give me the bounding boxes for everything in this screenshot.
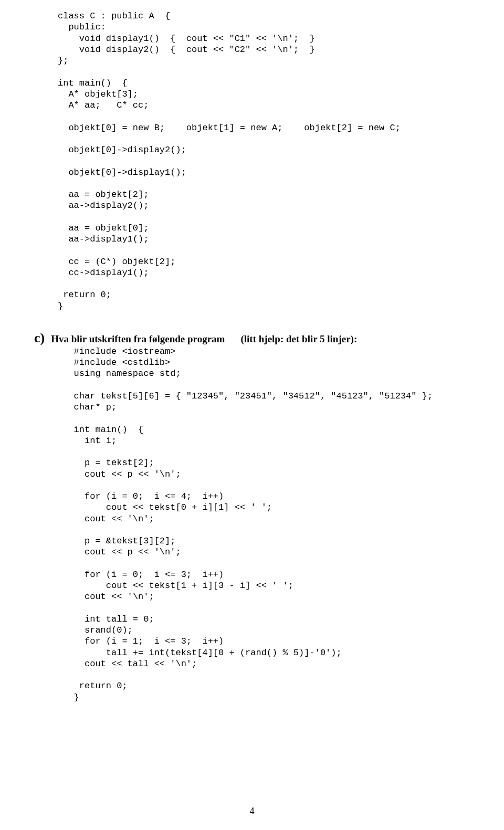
question-label: c) (34, 330, 45, 346)
question-text: Hva blir utskriften fra følgende program (51, 333, 225, 345)
question-row: c) Hva blir utskriften fra følgende prog… (0, 312, 504, 346)
page-number: 4 (0, 806, 504, 817)
question-hint: (litt hjelp: det blir 5 linjer): (240, 333, 357, 345)
code-block-top: class C : public A { public: void displa… (0, 10, 504, 312)
document-page: class C : public A { public: void displa… (0, 0, 504, 830)
code-block-bottom: #include <iostream> #include <cstdlib> u… (0, 346, 504, 703)
